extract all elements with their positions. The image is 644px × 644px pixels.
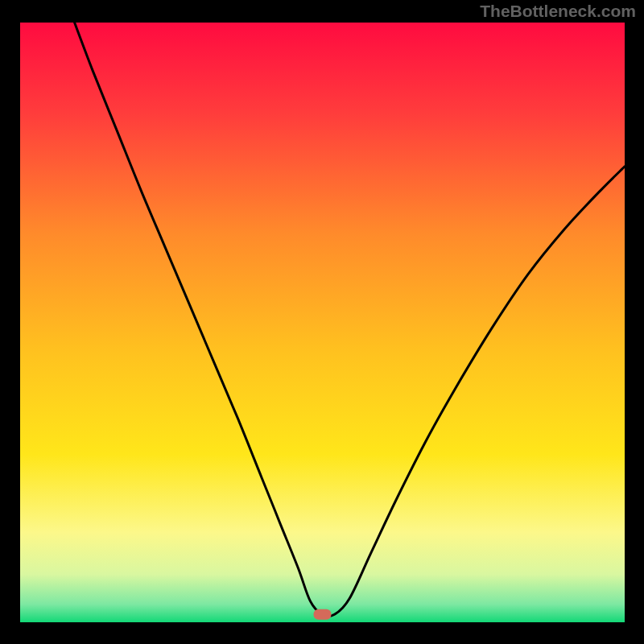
- chart-container: TheBottleneck.com: [0, 0, 644, 644]
- attribution-text: TheBottleneck.com: [480, 2, 636, 21]
- optimal-marker: [314, 609, 332, 620]
- bottleneck-curve-chart: [0, 0, 644, 644]
